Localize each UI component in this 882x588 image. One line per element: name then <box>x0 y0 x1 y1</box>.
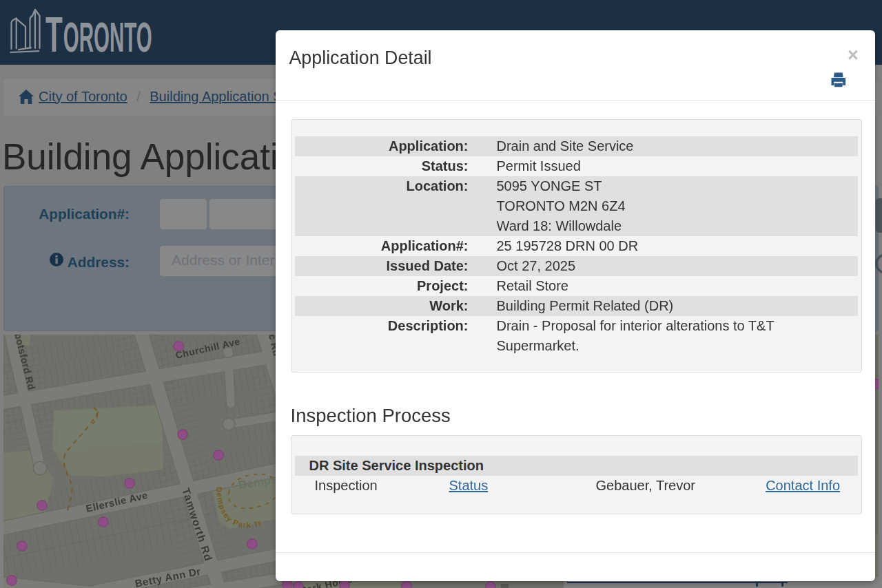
svg-text:ORONTO: ORONTO <box>63 14 152 56</box>
svg-text:T: T <box>45 6 63 56</box>
